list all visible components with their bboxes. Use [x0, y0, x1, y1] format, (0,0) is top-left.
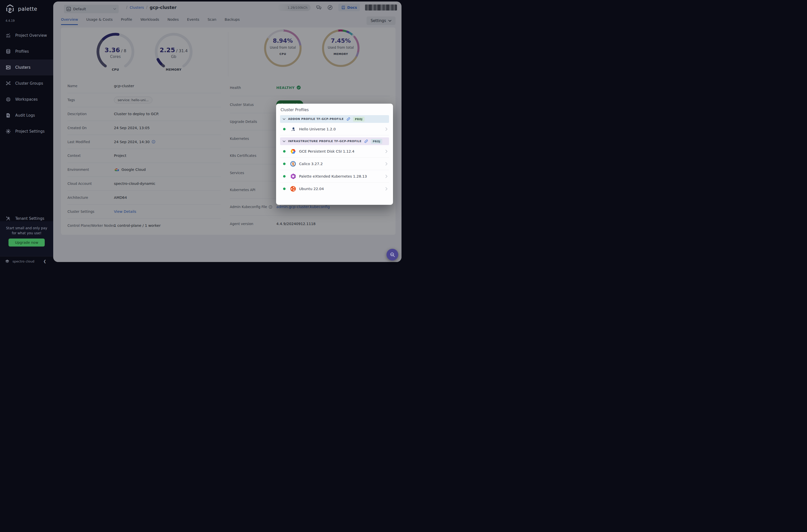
proj-badge: PROJ — [353, 117, 364, 122]
status-dot — [283, 188, 286, 190]
link-icon[interactable] — [346, 117, 351, 121]
ubuntu-icon — [290, 186, 296, 192]
footer-brand: spectro cloud — [13, 260, 35, 263]
palette-logo: p palette — [5, 4, 37, 14]
project-overview-icon — [5, 33, 11, 38]
sidebar-item-project-overview[interactable]: Project Overview — [0, 27, 53, 43]
upgrade-promo: Start small and only payfor what you use… — [0, 221, 53, 256]
profile-pack-row-hello-universe[interactable]: Hello Universe 1.2.0 — [280, 123, 389, 135]
sidebar-item-clusters[interactable]: Clusters — [0, 59, 53, 75]
sidebar-footer: spectro cloud ❮ — [0, 256, 53, 266]
sidebar: p palette 4.4.19 Project OverviewProfile… — [0, 0, 53, 266]
tools-icon — [5, 216, 11, 221]
sidebar-item-cluster-groups[interactable]: Cluster Groups — [0, 75, 53, 91]
search-smile-icon — [389, 251, 396, 258]
sidebar-item-profiles[interactable]: Profiles — [0, 43, 53, 59]
sidebar-item-project-settings[interactable]: Project Settings — [0, 124, 53, 139]
gce-icon — [290, 148, 296, 154]
workspaces-icon — [5, 97, 11, 102]
brand-name: palette — [18, 6, 37, 12]
cluster-profiles-popup: Cluster Profiles ADDON PROFILE TF-GCP-PR… — [276, 104, 393, 205]
sidebar-item-workspaces[interactable]: Workspaces — [0, 91, 53, 108]
chevron-right-icon — [385, 150, 388, 153]
status-dot — [283, 150, 286, 153]
profile-pack-row-ubuntu[interactable]: Ubuntu 22.04 — [280, 183, 389, 195]
status-dot — [283, 128, 286, 130]
app-version: 4.4.19 — [5, 19, 15, 22]
chevron-down-icon[interactable] — [283, 140, 286, 142]
profile-pack-row-pxk[interactable]: Palette eXtended Kubernetes 1.28.13 — [280, 170, 389, 183]
status-dot — [283, 163, 286, 165]
link-icon[interactable] — [364, 139, 368, 144]
profile-pack-row-gce[interactable]: GCE Persistent Disk CSI 1.12.4 — [280, 145, 389, 158]
profile-pack-row-calico[interactable]: Calico 3.27.2 — [280, 158, 389, 170]
profile-section-header-addon: ADDON PROFILE TF-GCP-PROFILEPROJ — [280, 115, 389, 123]
svg-text:p: p — [8, 6, 12, 12]
project-settings-icon — [5, 129, 11, 134]
calico-icon — [290, 161, 296, 167]
status-dot — [283, 175, 286, 177]
hello-universe-icon — [290, 126, 296, 132]
palette-logo-icon: p — [5, 4, 15, 14]
chevron-right-icon — [385, 175, 388, 178]
profile-section-header-infra: INFRASTRUCTURE PROFILE TF-GCP-PROFILEPRO… — [280, 137, 389, 145]
upgrade-now-button[interactable]: Upgrade now — [8, 239, 45, 247]
audit-logs-icon — [5, 113, 11, 118]
profiles-icon — [5, 49, 11, 54]
chevron-down-icon[interactable] — [283, 118, 286, 120]
search-fab-button[interactable] — [387, 249, 398, 261]
sidebar-nav: Project OverviewProfilesClustersCluster … — [0, 27, 53, 139]
spectro-cloud-icon — [4, 259, 10, 264]
clusters-icon — [5, 65, 11, 70]
collapse-sidebar-icon[interactable]: ❮ — [43, 259, 46, 263]
pxk-icon — [290, 173, 296, 179]
promo-text: Start small and only payfor what you use… — [0, 226, 53, 235]
cluster-groups-icon — [5, 81, 11, 86]
popup-title: Cluster Profiles — [281, 108, 389, 112]
chevron-right-icon — [385, 187, 388, 191]
chevron-right-icon — [385, 162, 388, 166]
chevron-right-icon — [385, 127, 388, 131]
sidebar-item-audit-logs[interactable]: Audit Logs — [0, 108, 53, 124]
proj-badge: PROJ — [371, 139, 382, 144]
